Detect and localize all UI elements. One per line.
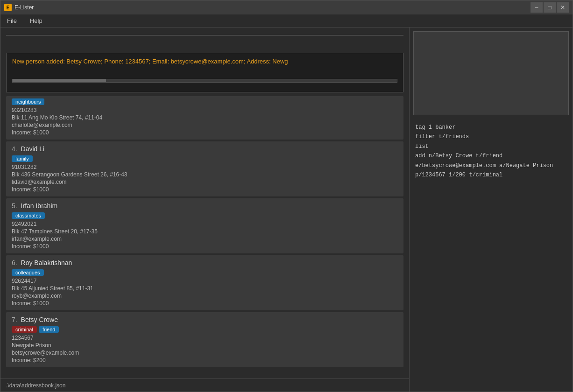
- notification-box: New person added: Betsy Crowe; Phone: 12…: [6, 53, 403, 92]
- person-address: Blk 11 Ang Mo Kio Street 74, #11-04: [12, 114, 398, 121]
- tag-friend: friend: [39, 326, 59, 333]
- left-panel: New person added: Betsy Crowe; Phone: 12…: [0, 28, 409, 392]
- person-income: Income: $1000: [12, 186, 398, 193]
- person-name: 7. Betsy Crowe: [12, 316, 398, 323]
- person-income: Income: $200: [12, 357, 398, 364]
- command-line: p/1234567 i/200 t/criminal: [415, 170, 567, 180]
- app-window: E E-Lister – □ ✕ File Help New person ad…: [0, 0, 573, 392]
- command-line: add n/Betsy Crowe t/friend: [415, 151, 567, 161]
- person-address: Newgate Prison: [12, 342, 398, 349]
- title-bar-left: E E-Lister: [4, 4, 34, 11]
- right-panel: tag 1 bankerfilter t/friendslistadd n/Be…: [409, 28, 573, 392]
- person-index: 7.: [12, 316, 17, 323]
- tag-classmates: classmates: [12, 212, 45, 219]
- menu-help[interactable]: Help: [27, 16, 45, 25]
- person-income: Income: $1000: [12, 300, 398, 307]
- person-email: lidavid@example.com: [12, 179, 398, 185]
- person-email: charlotte@example.com: [12, 122, 398, 128]
- close-button[interactable]: ✕: [557, 2, 569, 13]
- person-phone: 1234567: [12, 335, 398, 341]
- menu-bar: File Help: [0, 14, 573, 28]
- person-phone: 92624417: [12, 278, 398, 284]
- tag-neighbours: neighbours: [12, 98, 44, 105]
- person-index: 5.: [12, 202, 17, 210]
- toolbar-divider: [6, 35, 403, 35]
- person-card[interactable]: 6. Roy Balakrishnancolleagues92624417Blk…: [6, 255, 403, 310]
- window-title: E-Lister: [14, 4, 34, 11]
- person-income: Income: $1000: [12, 129, 398, 136]
- person-card[interactable]: 5. Irfan Ibrahimclassmates92492021Blk 47…: [6, 198, 403, 253]
- command-line: filter t/friends: [415, 132, 567, 141]
- main-content: New person added: Betsy Crowe; Phone: 12…: [0, 28, 573, 392]
- menu-file[interactable]: File: [4, 16, 20, 25]
- tag-colleagues: colleagues: [12, 269, 44, 276]
- person-card[interactable]: neighbours93210283Blk 11 Ang Mo Kio Stre…: [6, 96, 403, 140]
- notification-text: New person added: Betsy Crowe; Phone: 12…: [12, 58, 397, 65]
- command-line: e/betsycrowe@example.com a/Newgate Priso…: [415, 161, 567, 170]
- toolbar-area: [0, 28, 409, 51]
- person-name: 5. Irfan Ibrahim: [12, 202, 398, 210]
- persons-list[interactable]: neighbours93210283Blk 11 Ang Mo Kio Stre…: [0, 94, 409, 378]
- person-address: Blk 45 Aljunied Street 85, #11-31: [12, 285, 398, 292]
- person-address: Blk 436 Serangoon Gardens Street 26, #16…: [12, 171, 398, 178]
- person-card[interactable]: 7. Betsy Crowecriminalfriend1234567Newga…: [6, 312, 403, 367]
- person-phone: 92492021: [12, 221, 398, 227]
- person-income: Income: $1000: [12, 243, 398, 250]
- command-line: list: [415, 142, 567, 151]
- person-index: 6.: [12, 259, 17, 266]
- person-email: irfan@example.com: [12, 236, 398, 242]
- status-path: .\data\addressbook.json: [6, 382, 65, 389]
- right-top-area: [413, 31, 569, 115]
- tag-family: family: [12, 155, 33, 162]
- person-name: 4. David Li: [12, 145, 398, 153]
- person-email: betsycrowe@example.com: [12, 350, 398, 356]
- app-icon: E: [4, 4, 12, 11]
- tag-criminal: criminal: [12, 326, 37, 333]
- person-phone: 93210283: [12, 107, 398, 113]
- person-phone: 91031282: [12, 164, 398, 170]
- person-name: 6. Roy Balakrishnan: [12, 259, 398, 266]
- minimize-button[interactable]: –: [531, 2, 543, 13]
- scrollbar-thumb: [13, 79, 106, 82]
- notification-scrollbar[interactable]: [12, 79, 397, 83]
- person-email: royb@example.com: [12, 293, 398, 299]
- title-bar: E E-Lister – □ ✕: [0, 0, 573, 14]
- status-bar: .\data\addressbook.json: [0, 378, 409, 392]
- maximize-button[interactable]: □: [544, 2, 556, 13]
- command-history: tag 1 bankerfilter t/friendslistadd n/Be…: [410, 119, 573, 392]
- person-card[interactable]: 4. David Lifamily91031282Blk 436 Serango…: [6, 141, 403, 196]
- window-controls: – □ ✕: [531, 2, 569, 13]
- person-address: Blk 47 Tampines Street 20, #17-35: [12, 228, 398, 235]
- person-index: 4.: [12, 145, 17, 153]
- command-line: tag 1 banker: [415, 123, 567, 132]
